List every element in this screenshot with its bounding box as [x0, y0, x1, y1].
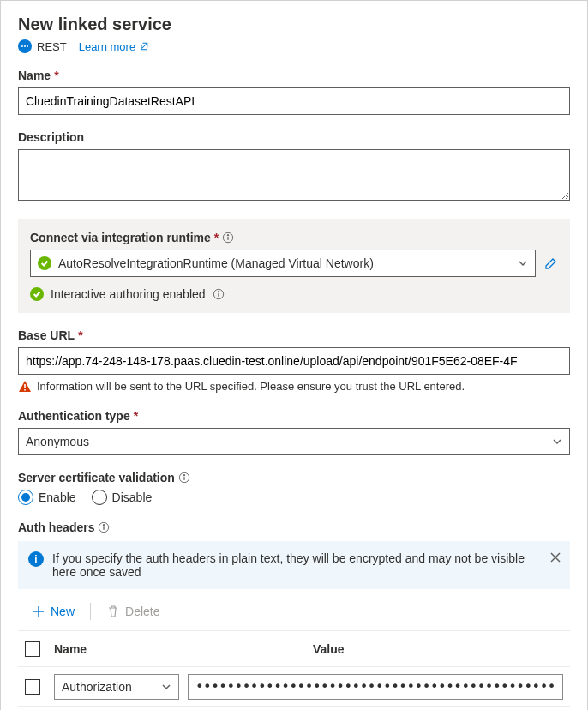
cert-enable-radio[interactable]: Enable: [18, 490, 76, 505]
auth-headers-section: Auth headers i If you specify the auth h…: [18, 520, 570, 707]
learn-more-link[interactable]: Learn more: [79, 40, 149, 53]
interactive-authoring-status: Interactive authoring enabled: [30, 287, 558, 301]
info-icon[interactable]: [213, 288, 225, 300]
auth-type-select[interactable]: Anonymous: [18, 428, 570, 455]
svg-rect-9: [24, 384, 26, 388]
new-linked-service-panel: New linked service REST Learn more Name*…: [0, 0, 588, 710]
svg-point-1: [24, 45, 26, 47]
select-all-checkbox[interactable]: [25, 641, 40, 657]
warning-icon: [18, 380, 32, 394]
base-url-input[interactable]: [18, 347, 570, 375]
delete-header-label: Delete: [125, 605, 159, 618]
learn-more-label: Learn more: [79, 40, 135, 53]
name-section: Name*: [18, 69, 570, 115]
service-type-row: REST Learn more: [18, 39, 570, 53]
check-circle-icon: [30, 287, 44, 301]
column-header-name: Name: [54, 642, 304, 656]
auth-headers-banner-text: If you specify the auth headers in plain…: [52, 551, 536, 579]
external-link-icon: [139, 41, 149, 51]
column-header-value: Value: [313, 642, 563, 656]
cert-enable-label: Enable: [39, 490, 76, 504]
svg-point-8: [218, 291, 219, 292]
header-name-value: Authorization: [62, 680, 132, 694]
chevron-down-icon: [161, 682, 171, 692]
row-checkbox[interactable]: [25, 679, 40, 695]
svg-point-0: [21, 45, 23, 47]
svg-point-16: [104, 524, 105, 526]
interactive-authoring-label: Interactive authoring enabled: [51, 287, 206, 301]
edit-icon[interactable]: [544, 256, 558, 270]
name-label: Name*: [18, 69, 570, 82]
info-icon[interactable]: [222, 232, 234, 244]
integration-runtime-select[interactable]: AutoResolveIntegrationRuntime (Managed V…: [30, 250, 536, 277]
base-url-warning: Information will be sent to the URL spec…: [18, 380, 570, 394]
auth-type-value: Anonymous: [26, 435, 89, 448]
auth-headers-info-banner: i If you specify the auth headers in pla…: [18, 541, 570, 589]
toolbar-divider: [90, 603, 91, 620]
svg-point-2: [27, 45, 28, 47]
header-value-input[interactable]: ••••••••••••••••••••••••••••••••••••••••…: [188, 674, 563, 700]
delete-header-button[interactable]: Delete: [99, 601, 166, 622]
svg-rect-10: [24, 389, 26, 391]
base-url-section: Base URL* Information will be sent to th…: [18, 328, 570, 394]
info-icon[interactable]: [98, 521, 110, 533]
header-value-masked: ••••••••••••••••••••••••••••••••••••••••…: [195, 680, 555, 694]
name-input[interactable]: [18, 87, 570, 115]
svg-point-5: [227, 234, 229, 236]
auth-headers-label: Auth headers: [18, 520, 570, 534]
auth-type-label: Authentication type*: [18, 409, 570, 423]
chevron-down-icon: [518, 258, 528, 268]
service-type-label: REST: [37, 40, 67, 53]
description-section: Description: [18, 130, 570, 203]
cert-validation-label: Server certificate validation: [18, 471, 570, 484]
integration-runtime-value: AutoResolveIntegrationRuntime (Managed V…: [58, 256, 374, 270]
cert-validation-section: Server certificate validation Enable Dis…: [18, 471, 570, 505]
new-header-label: New: [51, 605, 75, 618]
info-filled-icon: i: [28, 551, 44, 567]
base-url-warning-text: Information will be sent to the URL spec…: [37, 380, 465, 393]
close-icon[interactable]: [549, 551, 561, 563]
integration-runtime-section: Connect via integration runtime* AutoRes…: [18, 219, 570, 313]
cert-disable-label: Disable: [112, 490, 153, 504]
table-row: Authorization ••••••••••••••••••••••••••…: [18, 667, 570, 707]
info-icon[interactable]: [178, 472, 190, 484]
description-label: Description: [18, 130, 570, 144]
page-title: New linked service: [18, 15, 570, 34]
header-name-select[interactable]: Authorization: [54, 674, 179, 700]
svg-text:i: i: [34, 553, 37, 565]
description-textarea[interactable]: [18, 149, 570, 201]
svg-point-13: [183, 474, 185, 476]
trash-icon: [106, 605, 120, 618]
rest-icon: [18, 39, 32, 53]
cert-disable-radio[interactable]: Disable: [92, 490, 153, 505]
new-header-button[interactable]: New: [25, 601, 81, 622]
chevron-down-icon: [552, 436, 562, 447]
integration-runtime-label: Connect via integration runtime*: [30, 231, 558, 244]
auth-headers-table-header: Name Value: [18, 631, 570, 667]
check-circle-icon: [38, 256, 51, 270]
auth-headers-toolbar: New Delete: [18, 593, 570, 631]
radio-unselected-icon: [92, 490, 107, 505]
plus-icon: [32, 605, 45, 618]
radio-selected-icon: [18, 490, 33, 505]
auth-type-section: Authentication type* Anonymous: [18, 409, 570, 455]
base-url-label: Base URL*: [18, 328, 570, 342]
